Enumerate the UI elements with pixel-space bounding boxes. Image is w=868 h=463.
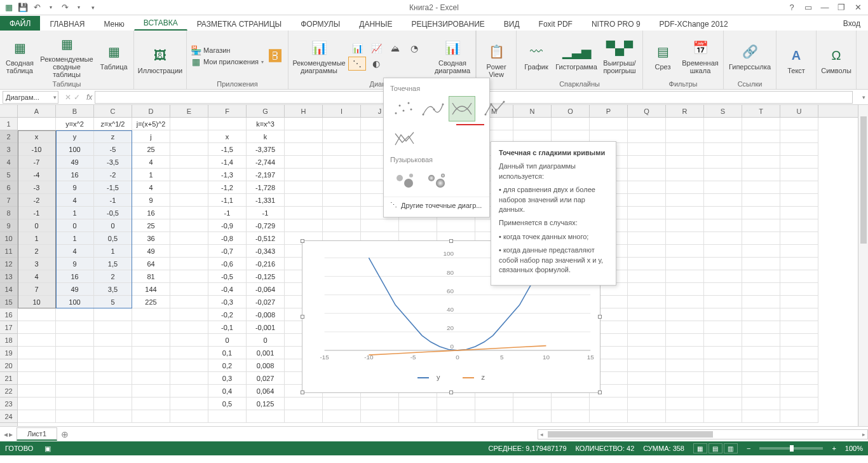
ribbon-display-icon[interactable]: ▭ [801,2,816,13]
page-break-view-icon[interactable]: ▥ [724,443,738,453]
cell[interactable] [170,169,208,181]
cell[interactable] [628,347,666,359]
cell[interactable] [666,156,704,169]
cell[interactable] [742,296,780,308]
cell[interactable] [323,397,361,410]
cell[interactable] [704,321,742,334]
row-header[interactable]: 20 [0,359,17,372]
cancel-icon[interactable]: ✕ [65,93,71,102]
cell[interactable]: -2 [94,169,132,181]
tab-foxit[interactable]: Foxit PDF [529,17,582,31]
cell[interactable] [780,207,818,219]
cell[interactable] [285,130,323,143]
cell[interactable] [666,359,704,372]
recommended-pivot-button[interactable]: ▦Рекомендуемые сводные таблицы [38,34,95,78]
cell[interactable] [704,232,742,245]
cell[interactable] [208,410,247,423]
cell[interactable] [323,130,361,143]
cell[interactable]: 1 [94,245,132,258]
area-chart-icon[interactable]: ⛰ [386,41,404,55]
cell[interactable]: -1,1 [208,194,247,207]
cell[interactable]: 0,008 [247,359,285,372]
zoom-slider[interactable] [759,447,823,450]
cell[interactable] [94,359,132,372]
cell[interactable] [132,359,170,372]
cell[interactable] [780,410,818,423]
cell[interactable] [742,308,780,321]
cell[interactable] [704,194,742,207]
cell[interactable]: 9 [56,181,94,194]
column-header[interactable]: C [94,105,132,117]
scatter-markers-option[interactable] [390,96,417,121]
cell[interactable] [170,232,208,245]
cell[interactable] [132,385,170,397]
cell[interactable] [94,397,132,410]
cell[interactable] [56,359,94,372]
cell[interactable]: x [18,130,56,143]
cell[interactable] [56,334,94,347]
cell[interactable] [704,296,742,308]
cell[interactable] [780,245,818,258]
cell[interactable] [742,258,780,270]
cell[interactable]: -2,197 [247,169,285,181]
cell[interactable]: 2 [18,245,56,258]
cell[interactable]: 4 [132,181,170,194]
cell[interactable]: -0,001 [247,321,285,334]
cell[interactable]: 5 [94,296,132,308]
cell[interactable] [742,143,780,156]
cell[interactable] [628,219,666,232]
cell[interactable] [170,194,208,207]
cell[interactable] [742,156,780,169]
cell[interactable] [666,321,704,334]
cell[interactable] [513,118,552,130]
cell[interactable]: -0,6 [208,258,247,270]
cell[interactable] [742,181,780,194]
cell[interactable] [780,334,818,347]
column-header[interactable]: Q [628,105,666,117]
row-header[interactable]: 9 [0,219,17,232]
cell[interactable] [170,207,208,219]
cell[interactable]: 49 [56,283,94,296]
cell[interactable]: 1 [56,207,94,219]
cell[interactable]: 81 [132,270,170,283]
cell[interactable] [18,372,56,385]
cell[interactable] [780,181,818,194]
cell[interactable]: 49 [56,156,94,169]
cell[interactable] [780,219,818,232]
cell[interactable]: -1,5 [94,181,132,194]
cell[interactable] [704,308,742,321]
cell[interactable] [704,385,742,397]
pivot-chart-button[interactable]: 📊Сводная диаграмма [433,38,471,74]
undo-icon[interactable]: ↶ [31,2,43,13]
cell[interactable] [704,207,742,219]
cell[interactable] [742,219,780,232]
cell[interactable] [780,397,818,410]
cell[interactable]: 1 [132,169,170,181]
cell[interactable] [552,118,590,130]
cell[interactable] [666,207,704,219]
scrollbar-thumb[interactable] [548,431,713,438]
cell[interactable]: z=x^1/2 [94,118,132,130]
tab-review[interactable]: РЕЦЕНЗИРОВАНИЕ [402,17,494,31]
cell[interactable] [285,156,323,169]
cell[interactable] [628,372,666,385]
cell[interactable] [18,359,56,372]
cell[interactable] [666,245,704,258]
cell[interactable]: 0,3 [208,372,247,385]
cell[interactable] [590,410,628,423]
column-header[interactable]: D [132,105,170,117]
cell[interactable] [628,359,666,372]
cell[interactable] [666,143,704,156]
cell[interactable] [18,347,56,359]
cell[interactable] [361,397,399,410]
cell[interactable] [780,194,818,207]
cell[interactable] [704,410,742,423]
cell[interactable] [437,397,475,410]
cell[interactable] [780,232,818,245]
cell[interactable]: 36 [132,232,170,245]
cell[interactable]: 0,5 [208,397,247,410]
cell[interactable]: -1,331 [247,194,285,207]
scrollbar-thumb[interactable] [860,116,867,244]
cell[interactable] [56,347,94,359]
cell[interactable] [742,347,780,359]
